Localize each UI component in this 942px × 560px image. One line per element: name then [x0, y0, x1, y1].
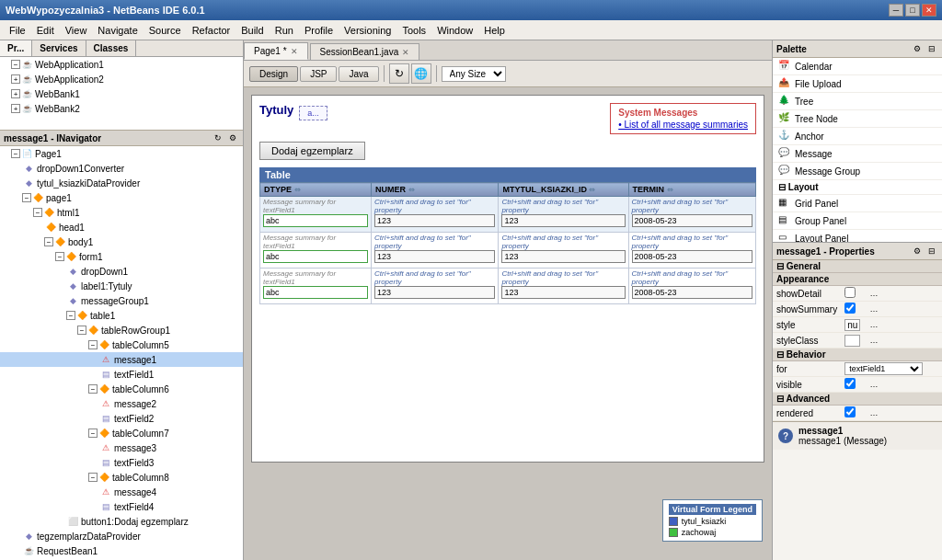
menu-navigate[interactable]: Navigate	[92, 23, 143, 38]
dtype-input[interactable]	[263, 214, 368, 227]
showdetail-checkbox[interactable]	[844, 287, 856, 298]
list-item[interactable]: ◆ dropDown1	[0, 264, 243, 279]
tree-toggle[interactable]: −	[22, 193, 31, 202]
design-area[interactable]: System Messages • List of all message su…	[244, 87, 772, 560]
tree-toggle[interactable]: −	[11, 149, 20, 158]
list-item[interactable]: − 🔶 table1	[0, 308, 243, 323]
prop-edit-button[interactable]: …	[867, 334, 880, 347]
list-item[interactable]: − 🔶 body1	[0, 234, 243, 249]
tab-sessionbean[interactable]: SessionBean1.java ✕	[310, 43, 420, 60]
palette-grouppanel[interactable]: ▤ Group Panel	[773, 212, 942, 230]
tab-classes[interactable]: Classes	[86, 40, 137, 56]
tree-item-webapplication2[interactable]: + ☕ WebApplication2	[0, 72, 243, 86]
nav-sync-button[interactable]: ↻	[212, 131, 224, 144]
tree-item-webbank1[interactable]: + ☕ WebBank1	[0, 86, 243, 101]
tree-toggle[interactable]: +	[11, 74, 20, 84]
list-item[interactable]: − 🔶 tableRowGroup1	[0, 323, 243, 337]
list-item[interactable]: ◆ tegzemplarzDataProvider	[0, 529, 243, 543]
menu-edit[interactable]: Edit	[31, 23, 60, 38]
list-item[interactable]: ◆ dropDown1Converter	[0, 161, 243, 176]
navigator-tree[interactable]: − 📄 Page1 ◆ dropDown1Converter ◆ tytul_k…	[0, 146, 243, 560]
list-item[interactable]: − 🔶 tableColumn5	[0, 337, 243, 352]
visible-checkbox[interactable]	[844, 378, 856, 389]
numer-input[interactable]	[374, 250, 495, 263]
style-input[interactable]	[844, 319, 860, 331]
tab-page1[interactable]: Page1 * ✕	[244, 42, 308, 60]
list-item[interactable]: − 🔶 form1	[0, 249, 243, 264]
showsummary-checkbox[interactable]	[844, 303, 856, 314]
tree-toggle[interactable]: +	[11, 89, 20, 98]
prop-edit-button[interactable]: …	[867, 318, 880, 331]
tree-toggle[interactable]: −	[55, 252, 64, 261]
palette-gridpanel[interactable]: ▦ Grid Panel	[773, 195, 942, 212]
palette-treenode[interactable]: 🌿 Tree Node	[773, 110, 942, 128]
jsp-button[interactable]: JSP	[300, 66, 337, 82]
list-item[interactable]: ▤ textField2	[0, 411, 243, 426]
tree-item-webbank2[interactable]: + ☕ WebBank2	[0, 101, 243, 116]
props-detach-button[interactable]: ⊟	[925, 245, 938, 257]
menu-refactor[interactable]: Refactor	[187, 23, 236, 38]
props-section-behavior[interactable]: ⊟ Behavior	[773, 349, 942, 361]
list-item[interactable]: − 📄 Page1	[0, 146, 243, 161]
termin-input[interactable]	[632, 214, 752, 227]
tree-toggle[interactable]: +	[11, 104, 20, 113]
list-item[interactable]: ◆ messageGroup1	[0, 293, 243, 308]
list-item[interactable]: 🔶 head1	[0, 220, 243, 234]
props-section-appearance[interactable]: Appearance	[773, 273, 942, 286]
palette-settings-button[interactable]: ⚙	[911, 42, 924, 55]
tab-projects[interactable]: Pr...	[0, 40, 32, 56]
resize-icon[interactable]: ⇔	[667, 186, 673, 194]
size-select[interactable]: Any Size	[442, 66, 506, 82]
dtype-input[interactable]	[263, 250, 368, 263]
maximize-button[interactable]: □	[905, 4, 920, 17]
prop-edit-button[interactable]: …	[867, 406, 880, 419]
tree-toggle[interactable]: −	[11, 60, 20, 69]
resize-icon[interactable]: ⇔	[294, 186, 301, 194]
menu-source[interactable]: Source	[144, 23, 187, 38]
menu-help[interactable]: Help	[478, 23, 511, 38]
minimize-button[interactable]: ─	[889, 4, 903, 17]
close-tab-icon[interactable]: ✕	[291, 47, 298, 56]
numer-input[interactable]	[374, 286, 495, 299]
palette-messagegroup[interactable]: 💬 Message Group	[773, 163, 942, 180]
list-item[interactable]: ◆ label1:Tytuly	[0, 279, 243, 293]
mtytul-input[interactable]	[501, 214, 625, 227]
palette-message[interactable]: 💬 Message	[773, 145, 942, 163]
mtytul-input[interactable]	[501, 286, 625, 299]
tab-services[interactable]: Services	[32, 40, 86, 56]
tree-toggle[interactable]: −	[44, 237, 53, 246]
palette-layoutpanel[interactable]: ▭ Layout Panel	[773, 230, 942, 242]
list-item[interactable]: − 🔶 page1	[0, 190, 243, 205]
refresh-button[interactable]: ↻	[389, 63, 409, 84]
props-settings-button[interactable]: ⚙	[911, 245, 924, 257]
menu-view[interactable]: View	[60, 23, 93, 38]
menu-run[interactable]: Run	[270, 23, 299, 38]
java-button[interactable]: Java	[339, 66, 378, 82]
menu-build[interactable]: Build	[236, 23, 269, 38]
list-item[interactable]: ◆ tytul_ksiazkiDataProvider	[0, 176, 243, 190]
tree-toggle[interactable]: −	[88, 473, 98, 482]
prop-edit-button[interactable]: …	[867, 287, 880, 300]
list-item[interactable]: ⚠ message2	[0, 396, 243, 411]
termin-input[interactable]	[632, 250, 752, 263]
list-item[interactable]: ▤ textField4	[0, 499, 243, 514]
design-button[interactable]: Design	[249, 66, 298, 82]
tree-toggle[interactable]: −	[33, 208, 42, 217]
palette-calendar[interactable]: 📅 Calendar	[773, 58, 942, 75]
table-row[interactable]: Message summary for textField1 Ctrl+shif…	[260, 197, 756, 233]
tree-item-webapplication1[interactable]: − ☕ WebApplication1	[0, 57, 243, 72]
tree-toggle[interactable]: −	[66, 311, 75, 320]
styleclass-input[interactable]	[844, 335, 860, 347]
list-item[interactable]: − 🔶 tableColumn8	[0, 470, 243, 485]
tree-toggle[interactable]: −	[88, 384, 98, 394]
palette-anchor[interactable]: ⚓ Anchor	[773, 128, 942, 145]
table-row[interactable]: Message summary for textField1 Ctrl+shif…	[260, 269, 756, 304]
list-item[interactable]: ⬜ button1:Dodaj egzemplarz	[0, 514, 243, 529]
menu-file[interactable]: File	[4, 23, 31, 38]
rendered-checkbox[interactable]	[844, 406, 856, 417]
mtytul-input[interactable]	[501, 250, 625, 263]
project-tree[interactable]: − ☕ WebApplication1 + ☕ WebApplication2 …	[0, 57, 243, 131]
prop-edit-button[interactable]: …	[867, 378, 880, 391]
close-tab-icon[interactable]: ✕	[402, 48, 409, 57]
preview-button[interactable]: 🌐	[411, 63, 431, 84]
